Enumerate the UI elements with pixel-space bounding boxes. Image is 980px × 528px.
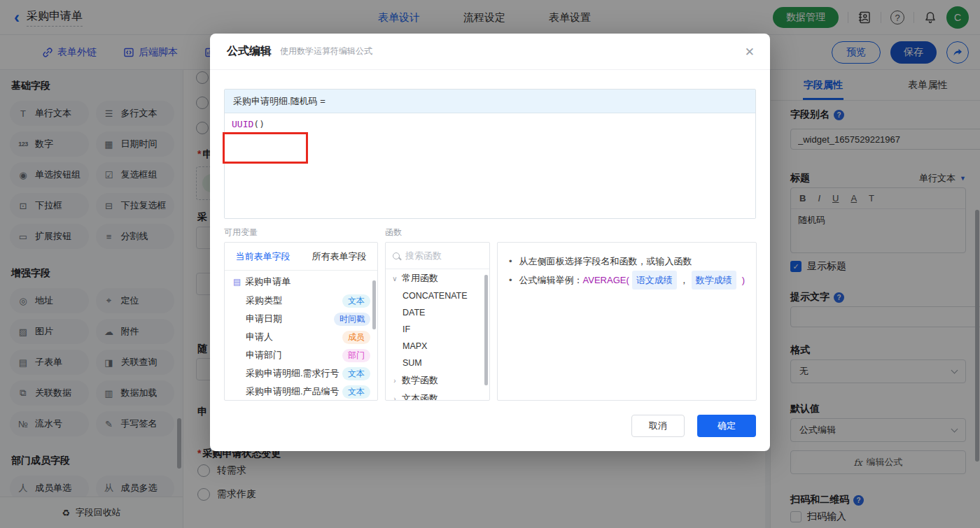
variable-type-badge: 文本 xyxy=(342,385,370,399)
formula-function-args: () xyxy=(253,119,265,129)
tip-line-2: • 公式编辑举例： AVERAGE( 语文成绩 ， 数学成绩 ) xyxy=(509,271,745,290)
tips-panel: • 从左侧面板选择字段名和函数，或输入函数 • 公式编辑举例： AVERAGE(… xyxy=(497,242,757,401)
modal-columns: 可用变量 当前表单字段 所有表单字段 ▤ 采购申请单 采购类型文本 申请日期时间… xyxy=(224,227,756,401)
close-icon[interactable]: ✕ xyxy=(745,45,755,59)
functions-panel: ∨常用函数 CONCATENATE DATE IF MAPX SUM ›数学函数… xyxy=(385,242,490,401)
tip-2-function: AVERAGE( xyxy=(583,271,629,290)
variable-type-badge: 文本 xyxy=(342,294,370,308)
variable-row[interactable]: 采购申请明细.需求行号文本 xyxy=(225,364,377,383)
formula-function-name: UUID xyxy=(232,119,253,129)
function-name: CONCATENATE xyxy=(402,291,468,301)
function-group-common[interactable]: ∨常用函数 xyxy=(386,269,489,287)
app-window: ‹ 采购申请单 表单设计 流程设定 表单设置 数据管理 ? xyxy=(0,0,980,528)
tip-2-prefix: 公式编辑举例： xyxy=(519,271,583,290)
modal-body: 采购申请明细.随机码 = UUID() 可用变量 当前表单字段 所有表单字段 xyxy=(210,89,770,401)
tip-1-text: 从左侧面板选择字段名和函数，或输入函数 xyxy=(519,252,692,271)
tips-column: • 从左侧面板选择字段名和函数，或输入函数 • 公式编辑举例： AVERAGE(… xyxy=(497,227,757,401)
variables-tree-root[interactable]: ▤ 采购申请单 xyxy=(225,272,377,292)
chevron-collapsed-icon: › xyxy=(391,377,398,385)
variable-row[interactable]: 申请部门部门 xyxy=(225,346,377,364)
cancel-button[interactable]: 取消 xyxy=(631,415,685,437)
function-name: SUM xyxy=(402,358,422,368)
function-search-input[interactable] xyxy=(405,250,482,261)
variable-type-badge: 时间戳 xyxy=(334,313,370,326)
function-group-text[interactable]: ›文本函数 xyxy=(386,390,489,401)
tree-root-label: 采购申请单 xyxy=(245,276,290,288)
function-group-label: 文本函数 xyxy=(402,392,438,401)
function-MAPX[interactable]: MAPX xyxy=(386,338,489,355)
function-SUM[interactable]: SUM xyxy=(386,355,489,371)
variable-row[interactable]: 申请人成员 xyxy=(225,328,377,346)
modal-header: 公式编辑 使用数学运算符编辑公式 ✕ xyxy=(210,34,770,70)
file-icon: ▤ xyxy=(233,277,241,287)
tip-2-comma: ， xyxy=(680,271,689,290)
variable-name: 申请部门 xyxy=(246,349,282,362)
variable-name: 采购类型 xyxy=(246,294,282,307)
variable-name: 采购申请明细.需求行号 xyxy=(246,367,340,380)
formula-code-editor[interactable]: UUID() xyxy=(225,113,755,218)
variables-tabs: 当前表单字段 所有表单字段 xyxy=(225,243,377,271)
confirm-button[interactable]: 确定 xyxy=(697,415,756,437)
bullet-icon: • xyxy=(509,271,512,290)
variables-section-label: 可用变量 xyxy=(224,227,378,242)
formula-target-text: 采购申请明细.随机码 = xyxy=(233,95,326,108)
modal-title: 公式编辑 xyxy=(227,44,272,59)
function-DATE[interactable]: DATE xyxy=(386,304,489,321)
function-search-row xyxy=(386,243,489,269)
function-name: IF xyxy=(402,324,410,334)
function-name: DATE xyxy=(402,308,425,317)
function-IF[interactable]: IF xyxy=(386,321,489,338)
function-group-label: 数学函数 xyxy=(402,374,438,387)
tab-all-form-fields[interactable]: 所有表单字段 xyxy=(301,243,377,270)
functions-column: 函数 ∨常用函数 CONCATENATE DATE IF MAPX SUM ›数… xyxy=(385,227,490,401)
tips-spacer xyxy=(497,227,757,242)
functions-section-label: 函数 xyxy=(385,227,490,242)
variable-row[interactable]: 采购类型文本 xyxy=(225,292,377,310)
tip-2-close-paren: ) xyxy=(742,271,745,290)
formula-box: 采购申请明细.随机码 = UUID() xyxy=(224,89,756,219)
formula-target-bar: 采购申请明细.随机码 = xyxy=(225,90,755,113)
modal-subtitle: 使用数学运算符编辑公式 xyxy=(280,45,372,57)
function-CONCATENATE[interactable]: CONCATENATE xyxy=(386,287,489,304)
function-group-math[interactable]: ›数学函数 xyxy=(386,371,489,390)
variables-panel: 当前表单字段 所有表单字段 ▤ 采购申请单 采购类型文本 申请日期时间戳 申请人… xyxy=(224,242,378,401)
variables-column: 可用变量 当前表单字段 所有表单字段 ▤ 采购申请单 采购类型文本 申请日期时间… xyxy=(224,227,378,401)
variable-type-badge: 成员 xyxy=(342,331,370,344)
formula-editor-modal: 公式编辑 使用数学运算符编辑公式 ✕ 采购申请明细.随机码 = UUID() 可… xyxy=(210,34,770,451)
tab-current-form-fields[interactable]: 当前表单字段 xyxy=(225,243,301,270)
variable-type-badge: 部门 xyxy=(342,349,370,362)
modal-footer: 取消 确定 xyxy=(631,415,756,437)
function-name: MAPX xyxy=(402,341,427,351)
chevron-collapsed-icon: › xyxy=(391,395,398,401)
variable-row[interactable]: 采购申请明细.产品编号文本 xyxy=(225,383,377,401)
functions-scrollbar-thumb[interactable] xyxy=(484,275,488,385)
chevron-expanded-icon: ∨ xyxy=(391,275,398,283)
bullet-icon: • xyxy=(509,252,512,271)
tip-2-field-chip: 数学成绩 xyxy=(692,271,736,290)
variable-name: 申请日期 xyxy=(246,313,282,325)
variable-row[interactable]: 申请日期时间戳 xyxy=(225,310,377,328)
tip-2-field-chip: 语文成绩 xyxy=(632,271,677,290)
search-icon xyxy=(393,252,400,259)
function-group-label: 常用函数 xyxy=(402,272,438,285)
variables-scrollbar-thumb[interactable] xyxy=(372,280,376,329)
variable-name: 申请人 xyxy=(246,331,273,343)
variable-name: 采购申请明细.产品编号 xyxy=(246,385,340,398)
tip-line-1: • 从左侧面板选择字段名和函数，或输入函数 xyxy=(509,252,745,271)
variable-type-badge: 文本 xyxy=(342,367,370,380)
